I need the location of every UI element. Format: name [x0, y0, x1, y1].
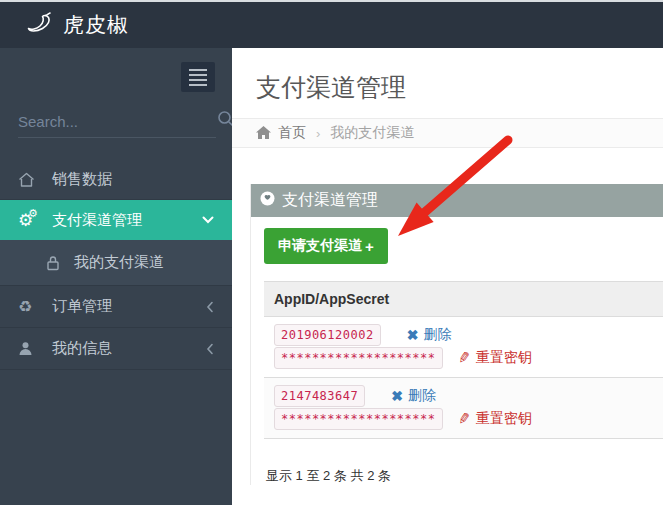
sidebar-item-label: 订单管理: [52, 297, 112, 316]
chevron-left-icon: [206, 301, 214, 313]
search-input[interactable]: [18, 113, 217, 130]
gears-icon: ⚙ ⚙: [18, 212, 44, 229]
delete-x-icon: ✖: [391, 388, 403, 404]
breadcrumb: 首页 › 我的支付渠道: [232, 118, 663, 148]
breadcrumb-separator: ›: [316, 126, 320, 141]
circle-marker-icon: [260, 191, 275, 210]
apply-channel-button[interactable]: 申请支付渠道+: [264, 228, 388, 264]
reset-secret-link[interactable]: ✎ 重置密钥: [458, 349, 533, 367]
app-id-value: 201906120002: [274, 324, 381, 346]
sidebar-item-label: 销售数据: [52, 170, 112, 189]
home-icon: [18, 172, 44, 188]
app-id-value: 2147483647: [274, 385, 365, 407]
chevron-down-icon: [202, 216, 214, 224]
breadcrumb-home-link[interactable]: 首页: [278, 124, 306, 142]
reset-secret-link[interactable]: ✎ 重置密钥: [458, 410, 533, 428]
sidebar-item-label: 我的支付渠道: [74, 253, 164, 272]
page-title: 支付渠道管理: [256, 72, 663, 102]
plus-icon: +: [365, 238, 374, 255]
panel-header: 支付渠道管理: [251, 184, 663, 217]
recycle-icon: ♻: [18, 297, 44, 316]
app-secret-mask: ********************: [274, 408, 443, 430]
main-content: 支付渠道管理 首页 › 我的支付渠道 支付渠道管理: [232, 48, 663, 505]
sidebar-item-sales-data[interactable]: 销售数据: [0, 160, 232, 200]
breadcrumb-current: 我的支付渠道: [330, 124, 414, 142]
channels-table: AppID/AppSecret 201906120002 ✖ 删除 ******…: [264, 281, 663, 439]
breadcrumb-home-icon: [256, 126, 271, 140]
delete-link[interactable]: ✖ 删除: [391, 387, 436, 405]
pencil-icon: ✎: [456, 409, 472, 429]
pencil-icon: ✎: [456, 348, 472, 368]
app-secret-mask: ********************: [274, 347, 443, 369]
delete-x-icon: ✖: [407, 327, 419, 343]
pagination-summary: 显示 1 至 2 条 共 2 条: [266, 467, 663, 485]
sidebar-subitem-my-channels[interactable]: 我的支付渠道: [0, 240, 232, 286]
panel-title: 支付渠道管理: [282, 190, 378, 211]
sidebar-item-label: 支付渠道管理: [52, 211, 142, 230]
panel-body: 申请支付渠道+ AppID/AppSecret 201906120002 ✖ 删…: [251, 217, 663, 485]
table-row: 201906120002 ✖ 删除 ******************** ✎…: [264, 317, 663, 378]
page: 虎皮椒 销售数据: [0, 0, 663, 505]
chevron-left-icon: [206, 343, 214, 355]
sidebar-menu: 销售数据 ⚙ ⚙ 支付渠道管理: [0, 160, 232, 370]
sidebar-item-payment-channels[interactable]: ⚙ ⚙ 支付渠道管理: [0, 200, 232, 240]
user-icon: [18, 341, 44, 356]
lock-icon: [46, 255, 68, 271]
table-row: 2147483647 ✖ 删除 ******************** ✎ 重…: [264, 378, 663, 439]
topbar: 虎皮椒: [0, 2, 663, 48]
sidebar-toggle-button[interactable]: [181, 62, 215, 92]
sidebar-item-my-info[interactable]: 我的信息: [0, 328, 232, 370]
brand-logo[interactable]: 虎皮椒: [26, 11, 129, 39]
sidebar-search: [18, 110, 216, 138]
channel-panel: 支付渠道管理 申请支付渠道+ AppID/AppSecret 201906120…: [250, 184, 663, 485]
delete-link[interactable]: ✖ 删除: [407, 326, 452, 344]
sidebar-item-label: 我的信息: [52, 339, 112, 358]
chili-pepper-icon: [26, 11, 54, 39]
brand-title: 虎皮椒: [63, 11, 129, 39]
sidebar-item-orders[interactable]: ♻ 订单管理: [0, 286, 232, 328]
table-header: AppID/AppSecret: [264, 281, 663, 317]
sidebar: 销售数据 ⚙ ⚙ 支付渠道管理: [0, 48, 232, 505]
